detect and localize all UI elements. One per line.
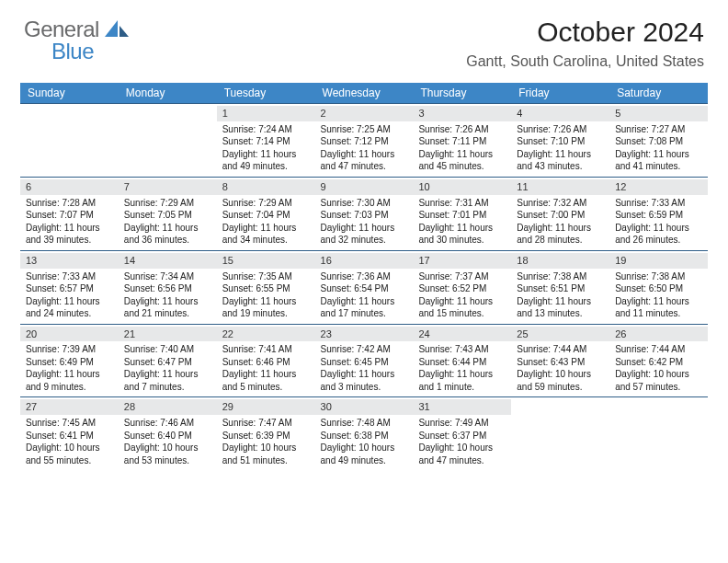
day-number: 7 [119,179,217,195]
sunrise-text: Sunrise: 7:26 AM [517,123,604,136]
sunset-text: Sunset: 6:42 PM [615,356,702,369]
dow-sunday: Sunday [20,83,119,103]
sunrise-text: Sunrise: 7:37 AM [418,270,506,283]
day-cell: 25Sunrise: 7:44 AMSunset: 6:43 PMDayligh… [511,325,609,397]
daylight-text: Daylight: 11 hours [321,148,408,161]
sunset-text: Sunset: 6:49 PM [26,356,113,369]
daylight-text: Daylight: 11 hours [26,368,113,381]
sunrise-text: Sunrise: 7:49 AM [418,417,506,430]
daylight-text: and 30 minutes. [418,234,506,247]
sunrise-text: Sunrise: 7:28 AM [26,197,113,210]
daylight-text: Daylight: 11 hours [615,148,702,161]
day-number: 1 [217,106,315,121]
dow-friday: Friday [511,83,609,103]
daylight-text: and 43 minutes. [517,160,604,173]
daylight-text: Daylight: 11 hours [124,295,211,308]
day-cell: 27Sunrise: 7:45 AMSunset: 6:41 PMDayligh… [20,397,119,470]
daylight-text: Daylight: 11 hours [26,222,113,235]
title-block: October 2024 Gantt, South Carolina, Unit… [466,17,704,70]
day-cell: 8Sunrise: 7:29 AMSunset: 7:04 PMDaylight… [217,178,315,250]
daylight-text: and 47 minutes. [418,454,506,467]
daylight-text: Daylight: 11 hours [222,148,310,161]
day-cell: 28Sunrise: 7:46 AMSunset: 6:40 PMDayligh… [119,397,217,470]
day-of-week-header: SundayMondayTuesdayWednesdayThursdayFrid… [20,83,708,103]
day-number: 12 [609,179,708,195]
month-title: October 2024 [466,17,704,48]
sunrise-text: Sunrise: 7:44 AM [517,343,604,356]
sunrise-text: Sunrise: 7:29 AM [222,197,310,210]
sunrise-text: Sunrise: 7:29 AM [124,197,211,210]
calendar: SundayMondayTuesdayWednesdayThursdayFrid… [0,75,728,470]
daylight-text: and 45 minutes. [418,160,506,173]
day-number: 19 [609,253,708,269]
day-number: 2 [315,106,414,121]
sunrise-text: Sunrise: 7:45 AM [26,417,113,430]
daylight-text: and 55 minutes. [26,454,113,467]
sunset-text: Sunset: 6:41 PM [26,430,113,442]
sunset-text: Sunset: 6:43 PM [517,356,604,369]
daylight-text: Daylight: 10 hours [517,368,604,381]
daylight-text: and 36 minutes. [124,234,211,247]
day-number: 26 [609,327,708,342]
daylight-text: Daylight: 11 hours [615,222,702,235]
sunset-text: Sunset: 6:39 PM [222,430,310,442]
sunset-text: Sunset: 7:04 PM [222,209,310,222]
daylight-text: Daylight: 11 hours [517,148,604,161]
sunset-text: Sunset: 6:54 PM [321,282,408,295]
daylight-text: and 34 minutes. [222,234,310,247]
sunrise-text: Sunrise: 7:27 AM [615,123,702,136]
sunrise-text: Sunrise: 7:43 AM [418,343,506,356]
day-cell: 17Sunrise: 7:37 AMSunset: 6:52 PMDayligh… [413,251,511,324]
day-cell: 31Sunrise: 7:49 AMSunset: 6:37 PMDayligh… [413,397,511,470]
daylight-text: Daylight: 11 hours [321,222,408,235]
day-cell: 2Sunrise: 7:25 AMSunset: 7:12 PMDaylight… [315,104,414,177]
svg-marker-0 [105,20,118,37]
location-subtitle: Gantt, South Carolina, United States [466,53,704,70]
day-number: 13 [20,253,119,269]
day-number: 18 [511,253,609,269]
day-number: 11 [511,179,609,195]
sunset-text: Sunset: 6:44 PM [418,356,506,369]
day-number: 24 [413,327,511,342]
day-number: 9 [315,179,414,195]
sunrise-text: Sunrise: 7:40 AM [124,343,211,356]
sunrise-text: Sunrise: 7:26 AM [418,123,506,136]
daylight-text: and 17 minutes. [321,307,408,320]
day-cell: 29Sunrise: 7:47 AMSunset: 6:39 PMDayligh… [217,397,315,470]
day-number: 23 [315,327,414,342]
sunrise-text: Sunrise: 7:38 AM [517,270,604,283]
day-cell: 22Sunrise: 7:41 AMSunset: 6:46 PMDayligh… [217,325,315,397]
week-row: 20Sunrise: 7:39 AMSunset: 6:49 PMDayligh… [20,324,708,397]
daylight-text: Daylight: 11 hours [26,295,113,308]
day-cell: 1Sunrise: 7:24 AMSunset: 7:14 PMDaylight… [217,104,315,177]
sunset-text: Sunset: 7:07 PM [26,209,113,222]
day-cell: 19Sunrise: 7:38 AMSunset: 6:50 PMDayligh… [609,251,708,324]
daylight-text: and 13 minutes. [517,307,604,320]
daylight-text: Daylight: 11 hours [418,222,506,235]
day-cell: 18Sunrise: 7:38 AMSunset: 6:51 PMDayligh… [511,251,609,324]
day-cell: 14Sunrise: 7:34 AMSunset: 6:56 PMDayligh… [119,251,217,324]
daylight-text: Daylight: 10 hours [222,442,310,454]
day-number: 8 [217,179,315,195]
daylight-text: Daylight: 10 hours [418,442,506,454]
daylight-text: and 19 minutes. [222,307,310,320]
daylight-text: Daylight: 11 hours [222,295,310,308]
empty-cell [511,397,609,470]
sunrise-text: Sunrise: 7:24 AM [222,123,310,136]
daylight-text: and 41 minutes. [615,160,702,173]
logo: General Blue [24,17,129,64]
sunset-text: Sunset: 7:14 PM [222,135,310,148]
day-cell: 4Sunrise: 7:26 AMSunset: 7:10 PMDaylight… [511,104,609,177]
sunset-text: Sunset: 7:01 PM [418,209,506,222]
dow-wednesday: Wednesday [315,83,414,103]
daylight-text: Daylight: 10 hours [26,442,113,454]
day-number: 3 [413,106,511,121]
empty-cell [609,397,708,470]
day-cell: 30Sunrise: 7:48 AMSunset: 6:38 PMDayligh… [315,397,414,470]
day-cell: 5Sunrise: 7:27 AMSunset: 7:08 PMDaylight… [609,104,708,177]
sunrise-text: Sunrise: 7:32 AM [517,197,604,210]
daylight-text: and 49 minutes. [222,160,310,173]
day-cell: 3Sunrise: 7:26 AMSunset: 7:11 PMDaylight… [413,104,511,177]
day-number: 15 [217,253,315,269]
sunrise-text: Sunrise: 7:39 AM [26,343,113,356]
